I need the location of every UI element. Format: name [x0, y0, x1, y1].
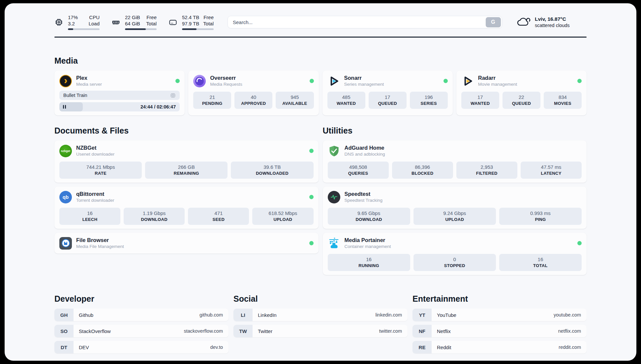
bookmark-linkedin[interactable]: LI LinkedIn linkedin.com [233, 309, 408, 321]
stat-label: TOTAL [501, 263, 580, 269]
stat-label: QUERIES [330, 170, 387, 176]
storage-free-value: 52.4 TB [182, 14, 199, 20]
cpu-load-value: 3.2 [68, 20, 75, 27]
status-dot [310, 79, 314, 83]
app-card-sonarr[interactable]: Sonarr Series management 485 WANTED 17 Q… [322, 71, 453, 115]
stat-value: 471 [190, 210, 247, 217]
bookmark-url: youtube.com [554, 312, 581, 318]
app-card-overseerr[interactable]: Overseerr Media Requests 21 PENDING 40 A… [188, 71, 319, 115]
stat-label: APPROVED [236, 101, 270, 106]
status-dot [577, 79, 582, 83]
bookmark-reddit[interactable]: RE Reddit reddit.com [412, 341, 587, 353]
app-name: Overseerr [210, 75, 242, 81]
stat-box: 834 MOVIES [544, 92, 582, 109]
app-name: Plex [76, 75, 102, 81]
stat-box: 618.52 Mbps UPLOAD [252, 208, 313, 225]
section-developer: Developer GH Github github.com SO StackO… [54, 294, 229, 353]
app-card-portainer[interactable]: Media Portainer Container management 16 … [323, 233, 587, 275]
bookmark-github[interactable]: GH Github github.com [54, 309, 229, 321]
stat-value: 22 [504, 94, 538, 101]
app-description: Media server [76, 81, 102, 87]
bookmark-name: Twitter [258, 328, 272, 334]
bookmark-abbr: LI [233, 309, 253, 321]
bookmark-name: Github [79, 312, 93, 318]
stat-box: 22 QUEUED [503, 92, 540, 109]
bookmark-youtube[interactable]: YT YouTube youtube.com [412, 309, 587, 321]
bookmark-twitter[interactable]: TW Twitter twitter.com [233, 325, 408, 337]
app-description: DNS and adblocking [345, 151, 385, 157]
cpu-icon [54, 18, 63, 27]
stat-box: 945 AVAILABLE [276, 92, 314, 109]
storage-stat: 52.4 TB Free 97.9 TB Total [168, 14, 214, 30]
playback-progress: 24:44 / 02:06:47 [59, 102, 180, 111]
memory-free-label: Free [146, 14, 157, 20]
stat-value: 86,396 [394, 164, 451, 170]
bookmark-url: netflix.com [558, 328, 581, 334]
bookmark-name: LinkedIn [258, 312, 277, 318]
app-description: Movie management [478, 81, 517, 87]
cpu-usage-value: 17% [68, 14, 78, 20]
stat-label: LATENCY [523, 170, 580, 176]
app-card-radarr[interactable]: Radarr Movie management 17 WANTED 22 QUE… [456, 71, 587, 115]
stat-box: 86,396 BLOCKED [392, 162, 453, 179]
ram-icon [111, 18, 120, 27]
search-input[interactable] [233, 19, 486, 25]
stat-value: 266 GB [147, 164, 226, 170]
app-card-nzbget[interactable]: nzbget NZBGet Usenet downloader 744.21 M… [54, 140, 319, 183]
stat-value: 17 [463, 94, 497, 101]
stat-label: BLOCKED [394, 170, 451, 176]
app-card-qbittorrent[interactable]: qb qBittorrent Torrent downloader 16 LEE… [54, 187, 319, 229]
bookmark-url: github.com [199, 312, 223, 318]
portainer-icon [328, 237, 340, 250]
playback-time: 24:44 / 02:06:47 [140, 104, 176, 109]
stat-box: 16 RUNNING [328, 254, 410, 271]
bookmark-abbr: NF [412, 325, 432, 337]
stat-label: PENDING [195, 101, 229, 106]
stat-value: 9.24 Gbps [415, 210, 494, 217]
bookmark-stackoverflow[interactable]: SO StackOverflow stackoverflow.com [54, 325, 229, 337]
memory-free-value: 22 GiB [125, 14, 140, 20]
stat-box: 0.993 ms PING [499, 208, 582, 225]
stat-box: 0 STOPPED [413, 254, 496, 271]
nzbget-icon: nzbget [59, 145, 72, 157]
stat-box: 9.24 Gbps UPLOAD [413, 208, 496, 225]
cpu-load-label: Load [89, 20, 100, 27]
stat-label: QUEUED [504, 101, 538, 106]
bookmark-url: dev.to [210, 345, 223, 350]
stat-label: SEED [190, 217, 247, 223]
stat-box: 17 WANTED [461, 92, 499, 109]
cpu-stat: 17% CPU 3.2 Load [54, 14, 100, 30]
sonarr-icon [327, 75, 340, 87]
app-name: Media Portainer [345, 237, 391, 244]
stat-value: 16 [501, 256, 580, 263]
stat-value: 834 [546, 94, 580, 101]
app-name: NZBGet [76, 144, 114, 151]
app-card-speedtest[interactable]: Speedtest Speedtest Tracking 9.65 Gbps D… [323, 187, 587, 229]
section-title-developer: Developer [54, 294, 229, 304]
bookmark-abbr: RE [412, 341, 432, 353]
app-card-filebrowser[interactable]: File Browser Media File Management [54, 233, 319, 254]
stat-value: 9.65 Gbps [330, 210, 408, 217]
search-engine-button[interactable]: G [486, 17, 501, 27]
stat-box: 39.6 TB DOWNLOADED [231, 162, 313, 179]
video-icon [170, 93, 176, 98]
stat-value: 744.21 Mbps [61, 164, 140, 170]
app-card-plex[interactable]: Plex Media server Bullet Train [54, 71, 185, 115]
app-card-adguard[interactable]: AdGuard Home DNS and adblocking 498,508 … [323, 140, 587, 183]
overseerr-icon [193, 75, 206, 87]
app-description: Media File Management [76, 244, 124, 250]
memory-total-value: 64 GiB [125, 20, 140, 27]
memory-progress-bar [125, 28, 157, 30]
bookmark-netflix[interactable]: NF Netflix netflix.com [412, 325, 587, 337]
stat-label: AVAILABLE [278, 101, 312, 106]
pause-button[interactable] [63, 105, 66, 109]
stat-label: SERIES [412, 101, 446, 106]
stat-box: 47.57 ms LATENCY [521, 162, 582, 179]
stat-label: MOVIES [546, 101, 580, 106]
bookmark-abbr: YT [412, 309, 432, 321]
dashboard-page: 17% CPU 3.2 Load [5, 3, 636, 361]
bookmark-dev[interactable]: DT DEV dev.to [54, 341, 229, 353]
app-name: Sonarr [344, 75, 384, 81]
header-bar: 17% CPU 3.2 Load [54, 13, 587, 32]
stat-label: DOWNLOADED [233, 170, 311, 176]
